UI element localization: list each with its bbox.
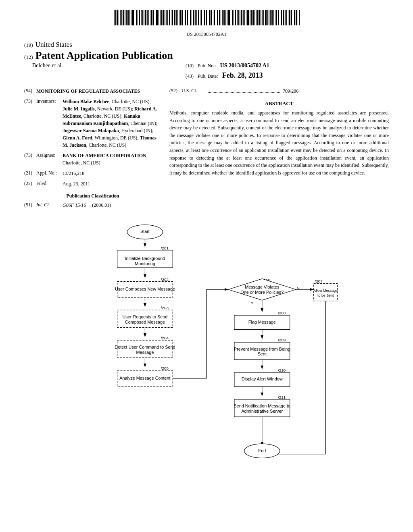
field-52: (52) U.S. Cl. ..........................… <box>169 87 389 95</box>
svg-rect-9 <box>127 10 129 25</box>
pub-no-line: (10) Pub. No.: US 2013/0054702 A1 <box>186 62 389 69</box>
svg-rect-39 <box>176 10 177 25</box>
text-203a: User Requests to Send <box>123 314 168 319</box>
section-divider <box>24 84 389 84</box>
label-208: /208 <box>278 311 286 315</box>
svg-rect-41 <box>179 10 179 25</box>
svg-rect-7 <box>125 10 125 25</box>
text-203b: Composed Message <box>125 320 165 324</box>
pub-no-value: US 2013/0054702 A1 <box>220 62 269 69</box>
svg-rect-59 <box>208 10 208 25</box>
arrow-205-206 <box>173 289 228 378</box>
label-210: /210 <box>278 368 286 372</box>
svg-rect-106 <box>283 10 284 25</box>
svg-rect-21 <box>147 10 148 25</box>
text-209a: Prevent Message from Being <box>234 347 290 351</box>
f22-label: Filed: <box>36 180 63 187</box>
svg-rect-64 <box>216 10 216 25</box>
barcode-area <box>24 8 389 30</box>
svg-rect-83 <box>246 10 246 25</box>
flowchart-area: Start /201 Initialize Background Monitor… <box>24 220 389 470</box>
f51-label-text: Int. Cl. <box>36 202 50 208</box>
svg-rect-57 <box>204 10 205 25</box>
svg-rect-69 <box>223 10 225 25</box>
svg-rect-65 <box>217 10 218 25</box>
svg-rect-67 <box>221 10 221 25</box>
text-211a: Send Notification Message to <box>234 403 290 408</box>
flowchart-svg: Start /201 Initialize Background Monitor… <box>69 220 344 470</box>
svg-rect-53 <box>198 10 199 25</box>
abstract-text: Methods, computer readable media, and ap… <box>169 109 389 177</box>
svg-rect-40 <box>177 10 178 25</box>
svg-rect-91 <box>259 10 260 25</box>
svg-rect-19 <box>144 10 144 25</box>
text-202: User Composes New Message <box>115 287 175 291</box>
svg-rect-116 <box>299 10 300 25</box>
f73-num: (73) <box>24 152 36 166</box>
f73-label: Assignee: <box>36 152 63 166</box>
country-label: United States <box>35 41 72 49</box>
svg-rect-98 <box>270 10 271 25</box>
svg-rect-56 <box>203 10 203 25</box>
svg-rect-81 <box>243 10 244 25</box>
svg-rect-49 <box>192 10 192 25</box>
svg-rect-1 <box>115 10 116 25</box>
svg-rect-46 <box>187 10 188 25</box>
field-54: (54) MONITORING OF REGULATED ASSOCIATES <box>24 87 161 95</box>
f52-dots: ........................................… <box>208 88 280 94</box>
svg-rect-18 <box>142 10 143 25</box>
f51-year: (2006.01) <box>92 202 111 208</box>
pub-date-value: Feb. 28, 2013 <box>222 71 263 80</box>
svg-rect-70 <box>225 10 226 25</box>
field-75: (75) Inventors: William Blake Belchee, C… <box>24 98 161 149</box>
svg-rect-0 <box>114 10 115 25</box>
svg-rect-29 <box>160 10 161 25</box>
text-206b: One or More Policies? <box>240 290 284 295</box>
svg-rect-4 <box>120 10 121 25</box>
svg-rect-23 <box>150 10 150 25</box>
svg-rect-71 <box>227 10 227 25</box>
svg-rect-6 <box>123 10 124 25</box>
pub-number: US 20130054702A1 <box>24 31 389 37</box>
start-label: Start <box>140 229 150 234</box>
svg-rect-25 <box>153 10 154 25</box>
left-col: (54) MONITORING OF REGULATED ASSOCIATES … <box>24 87 161 212</box>
svg-rect-110 <box>289 10 290 25</box>
svg-rect-13 <box>135 10 135 25</box>
svg-rect-102 <box>276 10 277 25</box>
svg-rect-20 <box>145 10 146 25</box>
svg-rect-99 <box>271 10 273 25</box>
num12-label: (12) <box>24 54 33 60</box>
svg-rect-66 <box>219 10 220 25</box>
svg-rect-68 <box>222 10 223 25</box>
svg-rect-47 <box>189 10 189 25</box>
svg-rect-8 <box>126 10 127 25</box>
text-207b: to be Sent <box>317 293 334 297</box>
svg-rect-95 <box>265 10 267 25</box>
field-22: (22) Filed: Aug. 23, 2011 <box>24 180 161 187</box>
svg-rect-10 <box>129 10 130 25</box>
label-204: /204 <box>161 336 169 340</box>
svg-rect-76 <box>235 10 236 25</box>
text-205: Analyze Message Content <box>119 376 170 380</box>
svg-rect-84 <box>247 10 249 25</box>
svg-rect-111 <box>291 10 292 25</box>
svg-rect-45 <box>185 10 186 25</box>
svg-rect-73 <box>231 10 231 25</box>
svg-rect-78 <box>238 10 239 25</box>
svg-rect-89 <box>256 10 257 25</box>
abstract-section: ABSTRACT Methods, computer readable medi… <box>169 100 389 177</box>
svg-rect-12 <box>132 10 134 25</box>
svg-rect-60 <box>209 10 210 25</box>
svg-rect-61 <box>211 10 212 25</box>
svg-rect-62 <box>213 10 213 25</box>
text-201: Initialize Background <box>125 256 165 261</box>
header-two-col: Belchee et al. (10) Pub. No.: US 2013/00… <box>24 62 389 80</box>
svg-rect-11 <box>131 10 131 25</box>
label-202: /202 <box>161 277 169 282</box>
patent-app-label: Patent Application Publication <box>35 50 173 62</box>
svg-rect-17 <box>141 10 142 25</box>
f21-content: 13/216,218 <box>63 170 161 177</box>
svg-rect-107 <box>285 10 286 25</box>
svg-rect-94 <box>263 10 264 25</box>
